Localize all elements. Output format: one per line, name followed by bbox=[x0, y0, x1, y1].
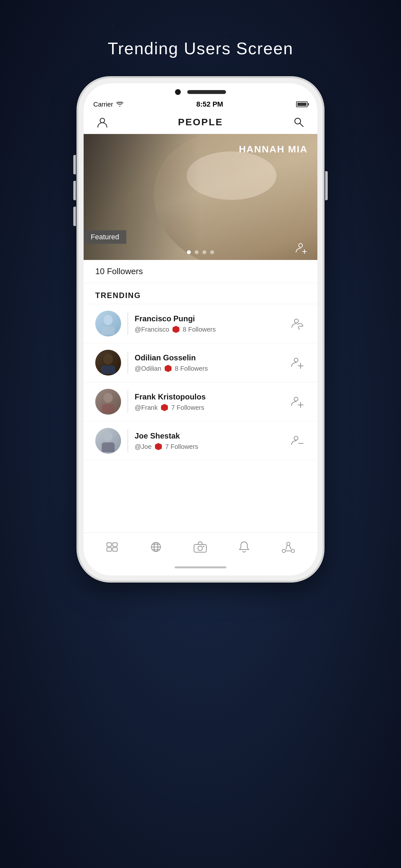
featured-name: HANNAH MIA bbox=[239, 144, 308, 155]
tab-feed[interactable] bbox=[99, 539, 125, 555]
svg-line-40 bbox=[286, 545, 287, 549]
add-user-button-2[interactable] bbox=[289, 354, 306, 371]
user-followers-2: 8 Followers bbox=[175, 365, 208, 372]
followers-text: Followers bbox=[107, 267, 143, 276]
user-meta-2: @Odilian 8 Followers bbox=[135, 365, 289, 372]
svg-point-35 bbox=[198, 546, 203, 551]
tab-globe[interactable] bbox=[143, 538, 168, 556]
add-user-button[interactable] bbox=[294, 240, 310, 255]
svg-point-8 bbox=[295, 319, 298, 323]
svg-point-0 bbox=[100, 118, 104, 123]
shield-icon-3 bbox=[161, 404, 168, 411]
user-followers-4: 7 Followers bbox=[165, 443, 198, 451]
tab-bar bbox=[84, 532, 317, 561]
dot-2[interactable] bbox=[195, 250, 198, 254]
avatar-4 bbox=[95, 428, 121, 454]
battery-fill bbox=[297, 103, 306, 106]
user-info-3: Frank Kristopoulos @Frank 7 Followers bbox=[135, 392, 289, 411]
avatar-3 bbox=[95, 389, 121, 414]
followers-count: 10 bbox=[95, 267, 104, 276]
user-name-4: Joe Shestak bbox=[135, 431, 289, 440]
home-bar bbox=[175, 566, 226, 568]
svg-point-16 bbox=[104, 393, 113, 403]
add-user-button-3[interactable] bbox=[289, 394, 306, 410]
user-item-4[interactable]: Joe Shestak @Joe 7 Followers bbox=[84, 422, 317, 461]
svg-point-6 bbox=[104, 315, 113, 325]
svg-point-37 bbox=[287, 542, 290, 546]
shield-icon-1 bbox=[173, 326, 180, 333]
featured-banner: HANNAH MIA Featured bbox=[84, 134, 317, 260]
user-meta-3: @Frank 7 Followers bbox=[135, 404, 289, 411]
svg-point-3 bbox=[299, 244, 303, 247]
svg-rect-26 bbox=[107, 548, 112, 551]
user-followers-3: 7 Followers bbox=[171, 404, 204, 411]
user-name-2: Odilian Gosselin bbox=[135, 353, 289, 362]
trending-section: TRENDING Francisco Pungi bbox=[84, 283, 317, 532]
svg-rect-17 bbox=[102, 404, 115, 413]
user-handle-3: @Frank bbox=[135, 404, 158, 411]
svg-point-38 bbox=[282, 549, 285, 553]
bell-icon bbox=[238, 540, 250, 554]
user-handle-4: @Joe bbox=[135, 443, 152, 451]
tab-network[interactable] bbox=[275, 538, 302, 556]
dot-3[interactable] bbox=[203, 250, 206, 254]
svg-rect-27 bbox=[113, 543, 117, 547]
home-indicator bbox=[84, 561, 317, 576]
user-separator-4 bbox=[127, 430, 128, 452]
user-name-3: Frank Kristopoulos bbox=[135, 392, 289, 401]
remove-user-button-4[interactable] bbox=[289, 433, 306, 449]
svg-rect-12 bbox=[101, 366, 115, 374]
globe-icon bbox=[150, 541, 162, 553]
shield-icon-4 bbox=[155, 443, 162, 450]
svg-point-11 bbox=[103, 353, 113, 365]
phone-content: HANNAH MIA Featured bbox=[84, 134, 317, 576]
tab-notifications[interactable] bbox=[232, 538, 256, 556]
status-left: Carrier bbox=[93, 101, 123, 108]
status-bar: Carrier 8:52 PM bbox=[84, 98, 317, 111]
front-camera bbox=[175, 89, 181, 95]
shield-icon-2 bbox=[165, 365, 172, 372]
featured-label: Featured bbox=[84, 230, 126, 244]
dot-1[interactable] bbox=[187, 250, 191, 254]
screen-title: Trending Users Screen bbox=[108, 39, 294, 58]
user-handle-1: @Francisco bbox=[135, 326, 169, 333]
tab-camera[interactable] bbox=[187, 538, 213, 555]
user-meta-1: @Francisco 8 Followers bbox=[135, 326, 289, 333]
user-meta-4: @Joe 7 Followers bbox=[135, 443, 289, 451]
user-separator-1 bbox=[127, 312, 128, 335]
svg-point-13 bbox=[294, 358, 298, 362]
svg-line-2 bbox=[300, 123, 303, 127]
profile-icon[interactable] bbox=[95, 115, 110, 129]
status-right bbox=[296, 101, 308, 107]
svg-point-39 bbox=[291, 549, 295, 553]
svg-rect-28 bbox=[113, 548, 117, 551]
page-title: PEOPLE bbox=[178, 117, 223, 128]
user-separator-3 bbox=[127, 391, 128, 413]
user-separator-2 bbox=[127, 351, 128, 374]
user-item-2[interactable]: Odilian Gosselin @Odilian 8 Followers bbox=[84, 343, 317, 382]
user-item-3[interactable]: Frank Kristopoulos @Frank 7 Followers bbox=[84, 382, 317, 422]
avatar-2 bbox=[95, 350, 121, 376]
svg-rect-7 bbox=[102, 327, 115, 335]
avatar-1 bbox=[95, 311, 121, 337]
svg-line-41 bbox=[289, 545, 291, 549]
user-item-1[interactable]: Francisco Pungi @Francisco 8 Followers bbox=[84, 304, 317, 343]
phone-top bbox=[84, 83, 317, 98]
camera-icon bbox=[193, 541, 207, 553]
user-info-2: Odilian Gosselin @Odilian 8 Followers bbox=[135, 353, 289, 372]
svg-point-23 bbox=[294, 436, 298, 440]
phone-shell: Carrier 8:52 PM bbox=[78, 78, 323, 581]
speaker-grille bbox=[187, 90, 226, 94]
wifi-icon bbox=[116, 102, 123, 107]
search-icon[interactable] bbox=[291, 115, 306, 129]
network-icon bbox=[281, 540, 296, 554]
user-name-1: Francisco Pungi bbox=[135, 314, 289, 323]
feed-icon bbox=[105, 541, 119, 553]
remove-user-button-1[interactable] bbox=[289, 315, 306, 332]
svg-rect-34 bbox=[194, 545, 206, 552]
svg-rect-25 bbox=[107, 543, 112, 547]
dot-4[interactable] bbox=[210, 250, 214, 254]
trending-header: TRENDING bbox=[84, 283, 317, 304]
svg-point-36 bbox=[203, 546, 204, 547]
carrier-label: Carrier bbox=[93, 101, 113, 108]
